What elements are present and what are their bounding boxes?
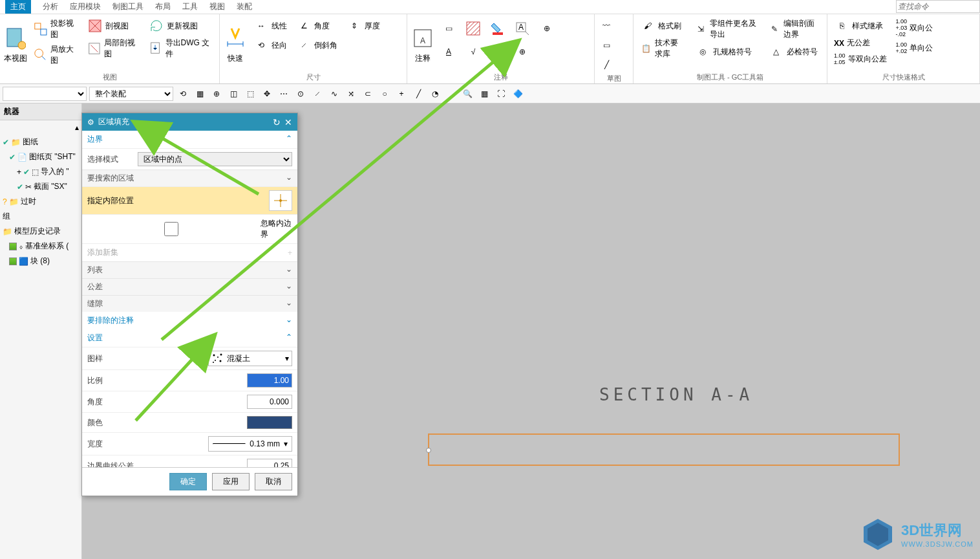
- menu-view[interactable]: 视图: [209, 1, 225, 12]
- scale-input[interactable]: [247, 373, 292, 388]
- tb-icon-9[interactable]: ⟋: [310, 87, 325, 101]
- section-exclude[interactable]: 要排除的注释⌄: [82, 312, 297, 329]
- unilateral-tol-button[interactable]: 1.00+.02单向公: [893, 40, 936, 56]
- filter-combo-1[interactable]: [3, 87, 87, 101]
- tb-icon-13[interactable]: ○: [378, 87, 392, 101]
- tb-icon-6[interactable]: ✥: [260, 87, 274, 101]
- pattern-dropdown[interactable]: 混凝土▾: [208, 351, 292, 366]
- surface-finish-button[interactable]: √: [463, 43, 484, 61]
- section-view-button[interactable]: 剖视图: [85, 17, 142, 35]
- rename-export-button[interactable]: ⇲零组件更名及导出: [692, 17, 762, 41]
- nav-item-drawing[interactable]: ✔📁图纸: [0, 135, 81, 149]
- section-boundary[interactable]: 边界⌃: [82, 131, 297, 148]
- base-view-button[interactable]: 本视图: [4, 17, 27, 71]
- format-painter-button[interactable]: 🖌格式刷: [637, 17, 688, 35]
- section-geometry[interactable]: [428, 433, 900, 466]
- nav-item-group[interactable]: 组: [0, 209, 81, 224]
- nav-item-block[interactable]: 🟦块 (8): [0, 254, 81, 269]
- tb-render-icon[interactable]: 🔷: [511, 87, 525, 101]
- sketch-rect-icon[interactable]: ▭: [599, 38, 614, 53]
- crosshatch-button[interactable]: [463, 19, 484, 38]
- row-tolerance[interactable]: 公差⌄: [82, 278, 297, 295]
- dialog-reset-icon[interactable]: ↻: [273, 117, 281, 127]
- tb-icon-15[interactable]: ╱: [411, 87, 425, 101]
- tb-icon-8[interactable]: ⊙: [293, 87, 308, 101]
- edit-section-edge-button[interactable]: ✎编辑剖面边界: [766, 17, 823, 41]
- command-search[interactable]: [896, 0, 980, 13]
- tb-zoom-icon[interactable]: ▦: [477, 87, 491, 101]
- linear-dim-button[interactable]: ↔线性: [251, 17, 290, 35]
- thickness-dim-button[interactable]: ⇕厚度: [344, 17, 383, 35]
- nav-item-history[interactable]: 📁模型历史记录: [0, 224, 81, 239]
- gear-icon[interactable]: ⚙: [87, 118, 94, 127]
- note-button[interactable]: A注释: [411, 17, 434, 71]
- select-mode-dropdown[interactable]: 区域中的点: [138, 152, 292, 166]
- section-handle[interactable]: [426, 448, 431, 453]
- balloon-button[interactable]: A: [512, 19, 533, 38]
- centerline-button[interactable]: ⊕: [512, 43, 533, 61]
- tb-icon-5[interactable]: ⬚: [243, 87, 257, 101]
- angular-dim-button[interactable]: ∠角度: [293, 17, 340, 35]
- color-swatch[interactable]: [247, 416, 292, 429]
- row-search-area[interactable]: 要搜索的区域⌄: [82, 170, 297, 186]
- width-dropdown[interactable]: 0.13 mm▾: [208, 436, 292, 452]
- sketch-line-icon[interactable]: ╱: [599, 57, 614, 72]
- menu-assembly[interactable]: 装配: [237, 1, 252, 12]
- bilateral-tol-button[interactable]: 1.00+.03-.02双向公: [893, 17, 936, 39]
- feature-control-button[interactable]: ▭: [438, 19, 459, 38]
- tb-icon-11[interactable]: ⤨: [344, 87, 358, 101]
- area-fill-button[interactable]: [487, 19, 508, 38]
- tb-pan-icon[interactable]: ⛶: [494, 87, 508, 101]
- weld-symbol-button[interactable]: ⤹: [487, 43, 508, 61]
- nav-item-imported[interactable]: +✔⬚导入的 ": [0, 164, 81, 179]
- nav-item-section[interactable]: ✔✂截面 "SX": [0, 179, 81, 194]
- dialog-titlebar[interactable]: ⚙ 区域填充 ↻ ✕: [82, 113, 297, 131]
- tb-icon-3[interactable]: ⊕: [209, 87, 224, 101]
- ignore-inner-checkbox[interactable]: [87, 222, 255, 236]
- row-gap[interactable]: 缝隙⌄: [82, 295, 297, 312]
- filter-combo-2[interactable]: 整个装配: [89, 87, 173, 101]
- ok-button[interactable]: 确定: [169, 473, 207, 490]
- mandatory-check-button[interactable]: △必检符号: [766, 43, 823, 61]
- row-list[interactable]: 列表⌄: [82, 261, 297, 278]
- tb-icon-2[interactable]: ▦: [193, 87, 207, 101]
- eq-bilateral-button[interactable]: 1.00±.05等双向公差: [831, 51, 889, 67]
- dialog-close-icon[interactable]: ✕: [284, 117, 292, 127]
- section-settings[interactable]: 设置⌃: [82, 329, 297, 347]
- cancel-button[interactable]: 取消: [255, 473, 292, 490]
- menu-app[interactable]: 应用模块: [70, 1, 101, 12]
- row-specify-point[interactable]: 指定内部位置: [82, 186, 297, 214]
- nav-item-outdated[interactable]: ?📁过时: [0, 194, 81, 209]
- angle-input[interactable]: [247, 395, 292, 409]
- nav-item-csys[interactable]: ⬨基准坐标系 (: [0, 239, 81, 254]
- tb-icon-7[interactable]: ⋯: [277, 87, 291, 101]
- radial-dim-button[interactable]: ⟲径向: [251, 36, 290, 54]
- curve-tol-input[interactable]: [247, 459, 292, 467]
- rapid-dim-button[interactable]: 快速: [224, 17, 247, 71]
- chamfer-dim-button[interactable]: ⟋倒斜角: [293, 36, 340, 54]
- menu-home[interactable]: 主页: [5, 0, 31, 14]
- menu-layout[interactable]: 布局: [155, 1, 171, 12]
- tb-icon-16[interactable]: ◔: [428, 87, 442, 101]
- detail-view-button[interactable]: 局放大图: [31, 43, 81, 67]
- tb-icon-1[interactable]: ⟲: [176, 87, 190, 101]
- specify-point-button[interactable]: [269, 190, 292, 211]
- sketch-curve-icon[interactable]: 〰: [599, 18, 614, 34]
- update-views-button[interactable]: 更新视图: [146, 17, 215, 35]
- apply-button[interactable]: 应用: [212, 473, 250, 490]
- local-section-button[interactable]: 局部剖视图: [85, 36, 142, 61]
- datum-feature-button[interactable]: A: [438, 43, 459, 61]
- nav-item-sheet[interactable]: ✔📄图纸页 "SHT": [0, 149, 81, 164]
- hole-spec-button[interactable]: ◎孔规格符号: [692, 43, 762, 61]
- tech-req-button[interactable]: 📋技术要求库: [637, 36, 688, 61]
- target-point-button[interactable]: ⊕: [537, 19, 557, 38]
- style-inherit-button[interactable]: ⎘样式继承: [831, 17, 889, 35]
- tb-icon-12[interactable]: ⊂: [361, 87, 375, 101]
- menu-tools[interactable]: 工具: [182, 1, 198, 12]
- no-tol-button[interactable]: XX无公差: [831, 36, 889, 50]
- tb-icon-4[interactable]: ◫: [226, 87, 240, 101]
- tb-icon-10[interactable]: ∿: [327, 87, 341, 101]
- tb-icon-14[interactable]: +: [394, 87, 409, 101]
- tb-fit-icon[interactable]: 🔍: [460, 87, 474, 101]
- export-dwg-button[interactable]: 导出DWG 文件: [146, 36, 215, 61]
